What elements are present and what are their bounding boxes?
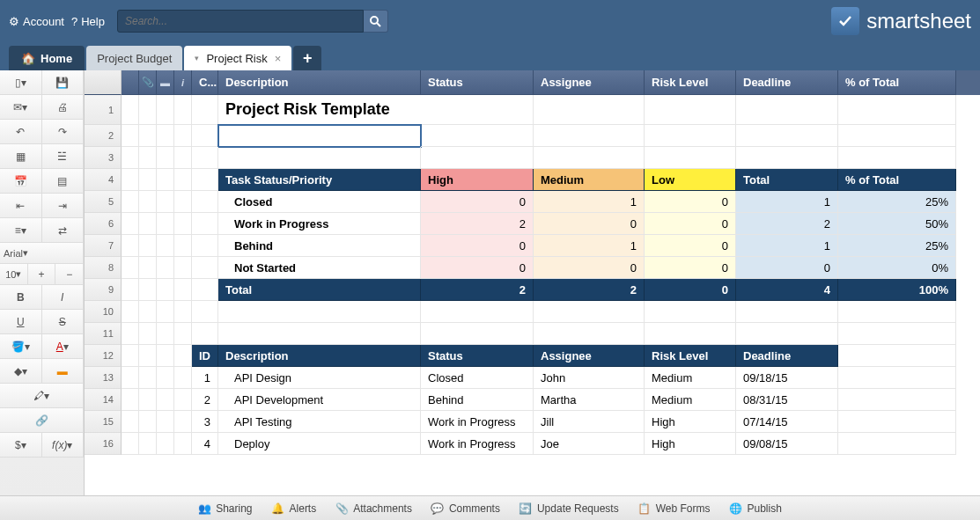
cell[interactable] <box>174 147 192 169</box>
cell[interactable] <box>174 433 192 455</box>
tab-project-budget[interactable]: Project Budget <box>86 46 182 70</box>
cell[interactable] <box>157 279 174 301</box>
search-button[interactable] <box>364 10 388 33</box>
cell[interactable] <box>157 323 174 345</box>
col-checkbox[interactable]: C... <box>192 70 218 95</box>
tasks-head-id[interactable]: ID <box>192 345 218 367</box>
cell[interactable] <box>736 95 838 125</box>
task-deadline[interactable]: 09/18/15 <box>736 367 838 389</box>
cell[interactable] <box>122 433 139 455</box>
font-select[interactable]: Arial ▾ <box>0 243 84 264</box>
cell[interactable] <box>192 147 218 169</box>
summary-total[interactable]: 1 <box>736 191 838 213</box>
row-num[interactable]: 10 <box>85 301 122 323</box>
strike-button[interactable]: S <box>42 310 85 334</box>
cell[interactable] <box>174 235 192 257</box>
cell[interactable] <box>838 389 956 411</box>
print-button[interactable]: 💾 <box>42 70 85 95</box>
cell[interactable] <box>122 301 139 323</box>
cell[interactable] <box>122 323 139 345</box>
summary-head-total[interactable]: Total <box>736 169 838 191</box>
cell[interactable] <box>218 147 421 169</box>
cell[interactable] <box>421 147 534 169</box>
summary-med[interactable]: 1 <box>534 191 645 213</box>
row-num[interactable]: 11 <box>85 323 122 345</box>
footer-updates[interactable]: 🔄Update Requests <box>519 502 619 515</box>
cell[interactable] <box>192 235 218 257</box>
task-id[interactable]: 2 <box>192 389 218 411</box>
cell[interactable] <box>736 301 838 323</box>
task-assignee[interactable]: Joe <box>534 433 645 455</box>
task-deadline[interactable]: 07/14/15 <box>736 411 838 433</box>
cell[interactable] <box>645 301 736 323</box>
summary-head-high[interactable]: High <box>421 169 534 191</box>
row-num[interactable]: 9 <box>85 279 122 301</box>
cell[interactable] <box>174 257 192 279</box>
summary-head-med[interactable]: Medium <box>534 169 645 191</box>
summary-head-task[interactable]: Task Status/Priority <box>218 169 421 191</box>
summary-total[interactable]: 0 <box>736 257 838 279</box>
cell[interactable] <box>139 323 157 345</box>
summary-total-label[interactable]: Total <box>218 279 421 301</box>
cell[interactable] <box>174 367 192 389</box>
cell[interactable] <box>838 345 956 367</box>
cell[interactable] <box>736 147 838 169</box>
home-button[interactable]: 🏠 Home <box>9 46 85 70</box>
summary-total-h[interactable]: 2 <box>421 279 534 301</box>
search-input[interactable] <box>117 10 364 33</box>
card-view-button[interactable]: ▤ <box>42 169 85 194</box>
cell[interactable] <box>139 433 157 455</box>
summary-label[interactable]: Behind <box>218 235 421 257</box>
cell[interactable] <box>192 191 218 213</box>
cell[interactable] <box>139 345 157 367</box>
row-num[interactable]: 15 <box>85 411 122 433</box>
cell[interactable] <box>139 213 157 235</box>
cell[interactable] <box>122 345 139 367</box>
cell[interactable] <box>122 147 139 169</box>
tasks-head-stat[interactable]: Status <box>421 345 534 367</box>
increase-button[interactable]: + <box>28 264 56 285</box>
cell[interactable] <box>421 125 534 147</box>
summary-total[interactable]: 1 <box>736 235 838 257</box>
comment-col[interactable]: ▬ <box>157 70 174 95</box>
close-icon[interactable]: × <box>275 52 282 65</box>
cell[interactable] <box>157 389 174 411</box>
task-risk[interactable]: High <box>645 433 736 455</box>
row-num[interactable]: 7 <box>85 235 122 257</box>
cell[interactable] <box>157 95 174 125</box>
cell[interactable] <box>174 323 192 345</box>
cell[interactable] <box>122 191 139 213</box>
task-assignee[interactable]: John <box>534 367 645 389</box>
cell[interactable] <box>139 95 157 125</box>
calendar-button[interactable]: 📅 <box>0 169 42 194</box>
cell[interactable] <box>534 301 645 323</box>
task-desc[interactable]: Deploy <box>218 433 421 455</box>
expand-col[interactable] <box>122 70 139 95</box>
cell[interactable] <box>192 257 218 279</box>
task-status[interactable]: Work in Progress <box>421 411 534 433</box>
cell[interactable] <box>192 169 218 191</box>
cell[interactable] <box>174 169 192 191</box>
currency-button[interactable]: $▾ <box>0 433 42 458</box>
selected-cell[interactable] <box>218 125 421 147</box>
row-num[interactable]: 14 <box>85 389 122 411</box>
gantt-view-button[interactable]: ☱ <box>42 144 85 169</box>
cell[interactable] <box>838 367 956 389</box>
footer-sharing[interactable]: 👥Sharing <box>198 502 252 515</box>
row-num[interactable]: 3 <box>85 147 122 169</box>
task-status[interactable]: Work in Progress <box>421 433 534 455</box>
sort-button[interactable]: ⇄ <box>42 218 85 243</box>
link-button[interactable]: 🔗 <box>0 408 84 433</box>
cell[interactable] <box>838 323 956 345</box>
row-num[interactable]: 13 <box>85 367 122 389</box>
cell[interactable] <box>157 411 174 433</box>
summary-med[interactable]: 0 <box>534 257 645 279</box>
cell[interactable] <box>139 411 157 433</box>
summary-low[interactable]: 0 <box>645 213 736 235</box>
col-percent[interactable]: % of Total <box>838 70 956 95</box>
cell[interactable] <box>534 323 645 345</box>
cell[interactable] <box>157 345 174 367</box>
summary-low[interactable]: 0 <box>645 191 736 213</box>
cell[interactable] <box>192 95 218 125</box>
cell[interactable] <box>174 301 192 323</box>
